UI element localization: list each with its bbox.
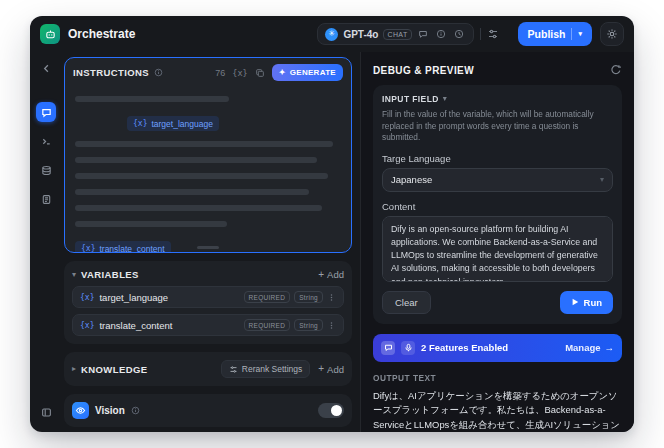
clear-label: Clear bbox=[395, 297, 418, 308]
knowledge-header[interactable]: ▸ KNOWLEDGE Rerank Settings + Add bbox=[72, 360, 344, 378]
model-selector[interactable]: ✳ GPT-4o CHAT bbox=[317, 23, 473, 45]
braces-icon: {x} bbox=[80, 293, 94, 302]
prompt-line: {x} target_language bbox=[75, 112, 341, 131]
debug-title: DEBUG & PREVIEW bbox=[373, 65, 474, 76]
generate-button[interactable]: ✦ GENERATE bbox=[272, 64, 343, 81]
required-badge: REQUIRED bbox=[244, 291, 291, 303]
output-title: OUTPUT TEXT bbox=[373, 373, 622, 383]
debug-actions: Clear Run bbox=[382, 291, 613, 314]
skeleton-line bbox=[75, 205, 322, 211]
vision-section: Vision bbox=[64, 394, 352, 427]
vision-toggle[interactable] bbox=[318, 403, 344, 418]
variable-badges: REQUIRED String bbox=[244, 319, 337, 331]
input-field-description: Fill in the value of the variable, which… bbox=[382, 109, 613, 144]
orchestrate-column: INSTRUCTIONS 76 {x} ✦ GE bbox=[62, 52, 360, 432]
add-variable-button[interactable]: + Add bbox=[318, 269, 344, 280]
input-field-title: INPUT FIELD bbox=[382, 94, 439, 104]
braces-icon: {x} bbox=[133, 119, 147, 128]
info-icon[interactable] bbox=[154, 68, 163, 77]
braces-icon: {x} bbox=[81, 244, 95, 252]
manage-label: Manage bbox=[565, 342, 600, 353]
instructions-title: INSTRUCTIONS bbox=[73, 67, 149, 78]
chevron-down-icon: ▾ bbox=[72, 271, 76, 279]
table-row[interactable]: {x} translate_content REQUIRED String bbox=[72, 314, 344, 336]
clear-button[interactable]: Clear bbox=[382, 291, 431, 314]
chevron-down-icon: ▾ bbox=[443, 95, 447, 103]
annotations-nav-icon[interactable] bbox=[36, 189, 56, 209]
app-settings-button[interactable] bbox=[600, 22, 624, 46]
run-label: Run bbox=[584, 297, 602, 308]
publish-label: Publish bbox=[528, 28, 566, 40]
logs-nav-icon[interactable] bbox=[36, 160, 56, 180]
output-text: Difyは、AIアプリケーションを構築するためのオープンソースプラットフォームで… bbox=[373, 389, 622, 432]
variables-header[interactable]: ▾ VARIABLES + Add bbox=[72, 269, 344, 280]
add-knowledge-button[interactable]: + Add bbox=[318, 364, 344, 375]
sparkle-icon: ✦ bbox=[279, 68, 286, 77]
more-menu-icon[interactable] bbox=[327, 321, 336, 330]
collapse-panel-icon[interactable] bbox=[36, 402, 56, 422]
target-language-select[interactable]: Japanese ▾ bbox=[382, 168, 613, 192]
target-language-label: Targe Language bbox=[382, 153, 613, 164]
model-mode-badge: CHAT bbox=[383, 29, 411, 40]
variable-chip-translate-content[interactable]: {x} translate_content bbox=[75, 241, 171, 252]
input-field-card: INPUT FIELD ▾ Fill in the value of the v… bbox=[373, 85, 622, 324]
content-input[interactable]: Dify is an open-source platform for buil… bbox=[382, 216, 613, 282]
variable-badges: REQUIRED String bbox=[244, 291, 337, 303]
skeleton-line bbox=[75, 141, 333, 147]
variable-name: target_language bbox=[99, 292, 168, 303]
input-field-header[interactable]: INPUT FIELD ▾ bbox=[382, 94, 613, 104]
copy-icon[interactable] bbox=[255, 68, 265, 78]
variable-chip-label: translate_content bbox=[99, 244, 164, 253]
run-button[interactable]: Run bbox=[560, 291, 613, 314]
feature-conversation-icon bbox=[381, 341, 395, 355]
vision-eye-icon bbox=[72, 402, 89, 419]
model-name: GPT-4o bbox=[343, 29, 378, 40]
chevron-down-icon: ▾ bbox=[600, 176, 604, 184]
variable-chip-target-language[interactable]: {x} target_language bbox=[127, 116, 219, 131]
orchestrate-nav-icon[interactable] bbox=[36, 102, 56, 122]
model-provider-icon: ✳ bbox=[325, 28, 338, 41]
features-banner[interactable]: 2 Features Enabled Manage → bbox=[373, 334, 622, 362]
skeleton-line bbox=[75, 173, 328, 179]
model-settings-sliders-icon[interactable] bbox=[487, 28, 500, 41]
generate-label: GENERATE bbox=[290, 68, 336, 77]
instructions-header: INSTRUCTIONS 76 {x} ✦ GE bbox=[65, 58, 351, 83]
api-access-icon[interactable] bbox=[36, 131, 56, 151]
insert-variable-icon[interactable]: {x} bbox=[232, 68, 247, 78]
skeleton-line bbox=[75, 189, 309, 195]
instructions-toolbar: 76 {x} ✦ GENERATE bbox=[215, 64, 343, 81]
toggle-knob bbox=[331, 405, 342, 416]
arrow-right-icon: → bbox=[605, 342, 615, 353]
table-row[interactable]: {x} target_language REQUIRED String bbox=[72, 286, 344, 308]
rerank-settings-button[interactable]: Rerank Settings bbox=[221, 360, 310, 378]
info-icon[interactable] bbox=[131, 406, 140, 415]
variable-name: translate_content bbox=[99, 320, 172, 331]
history-icon[interactable] bbox=[453, 28, 466, 41]
restart-icon[interactable] bbox=[610, 64, 622, 76]
page-title: Orchestrate bbox=[68, 27, 135, 41]
required-badge: REQUIRED bbox=[244, 319, 291, 331]
manage-features-button[interactable]: Manage → bbox=[565, 342, 614, 353]
message-icon[interactable] bbox=[417, 28, 430, 41]
window-body: INSTRUCTIONS 76 {x} ✦ GE bbox=[30, 52, 634, 432]
variables-section: ▾ VARIABLES + Add {x} target_language RE… bbox=[64, 261, 352, 344]
model-toolbar: ✳ GPT-4o CHAT bbox=[317, 23, 499, 45]
publish-button[interactable]: Publish ▾ bbox=[518, 22, 592, 46]
skeleton-line bbox=[75, 96, 229, 102]
back-icon[interactable] bbox=[36, 58, 56, 78]
info-icon[interactable] bbox=[435, 28, 448, 41]
add-label: Add bbox=[327, 364, 344, 375]
prompt-editor[interactable]: {x} target_language {x} bbox=[65, 83, 351, 252]
top-bar: Orchestrate ✳ GPT-4o CHAT bbox=[30, 16, 634, 52]
chevron-right-icon: ▸ bbox=[72, 365, 76, 373]
resize-handle[interactable] bbox=[197, 246, 219, 249]
app-window: Orchestrate ✳ GPT-4o CHAT bbox=[30, 16, 634, 432]
plus-icon: + bbox=[318, 364, 324, 374]
play-icon bbox=[571, 298, 579, 306]
features-enabled-label: 2 Features Enabled bbox=[421, 342, 508, 353]
more-menu-icon[interactable] bbox=[327, 293, 336, 302]
variables-title: VARIABLES bbox=[81, 269, 139, 280]
instructions-panel[interactable]: INSTRUCTIONS 76 {x} ✦ GE bbox=[64, 57, 352, 253]
output-section: OUTPUT TEXT Difyは、AIアプリケーションを構築するためのオープン… bbox=[373, 373, 622, 422]
app-logo-icon[interactable] bbox=[40, 24, 60, 44]
